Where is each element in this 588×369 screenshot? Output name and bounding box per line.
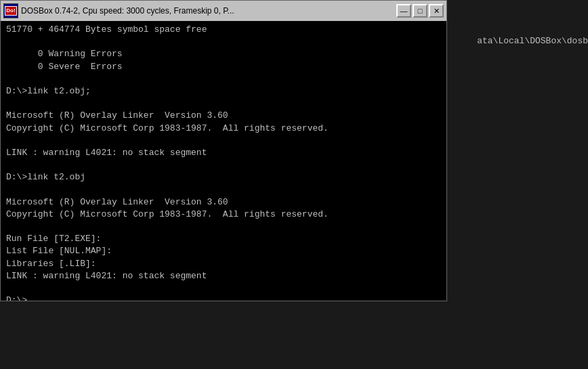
right-panel-path: ata\Local\DOSBox\dosb <box>477 35 588 47</box>
title-bar: Do! DOSBox 0.74-2, Cpu speed: 3000 cycle… <box>1 1 446 21</box>
app-icon: Do! <box>3 3 18 18</box>
dosbox-window: Do! DOSBox 0.74-2, Cpu speed: 3000 cycle… <box>0 0 447 301</box>
terminal-area: 51770 + 464774 Bytes symbol space free 0… <box>1 21 446 301</box>
minimize-button[interactable]: — <box>396 4 411 18</box>
terminal-output: 51770 + 464774 Bytes symbol space free 0… <box>6 24 441 301</box>
maximize-button[interactable]: □ <box>413 4 427 18</box>
app-icon-text: Do! <box>6 8 15 14</box>
close-button[interactable]: ✕ <box>429 4 444 18</box>
window-title: DOSBox 0.74-2, Cpu speed: 3000 cycles, F… <box>21 6 394 16</box>
window-controls: — □ ✕ <box>396 4 444 18</box>
